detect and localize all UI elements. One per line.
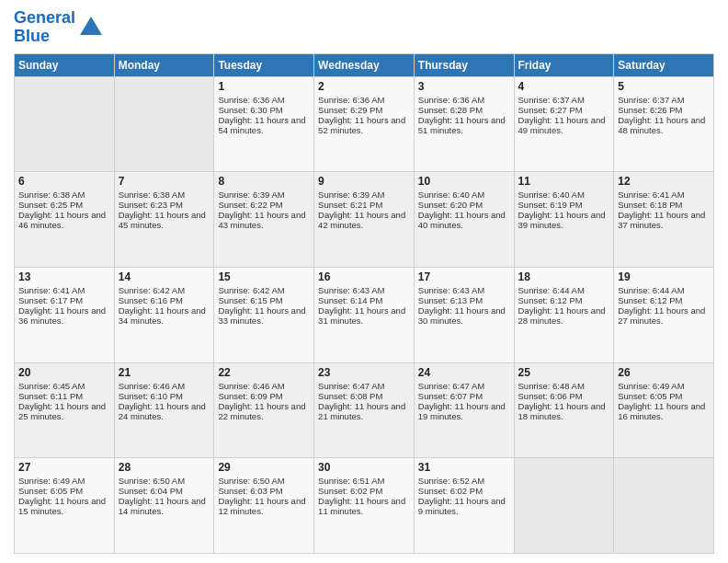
sunset-text: Sunset: 6:22 PM — [218, 200, 282, 210]
sunset-text: Sunset: 6:26 PM — [618, 105, 682, 115]
sunrise-text: Sunrise: 6:39 AM — [218, 190, 284, 200]
day-cell: 15 Sunrise: 6:42 AM Sunset: 6:15 PM Dayl… — [214, 267, 314, 362]
day-number: 15 — [218, 270, 310, 283]
sunset-text: Sunset: 6:17 PM — [18, 295, 83, 305]
sunrise-text: Sunrise: 6:37 AM — [518, 95, 585, 105]
daylight-text: Daylight: 11 hours and 28 minutes. — [518, 305, 606, 326]
day-cell: 12 Sunrise: 6:41 AM Sunset: 6:18 PM Dayl… — [614, 172, 714, 268]
sunset-text: Sunset: 6:02 PM — [418, 486, 483, 496]
sunrise-text: Sunrise: 6:43 AM — [318, 285, 384, 295]
daylight-text: Daylight: 11 hours and 52 minutes. — [318, 115, 405, 135]
logo-general: General — [14, 8, 75, 27]
sunrise-text: Sunrise: 6:44 AM — [618, 285, 684, 295]
daylight-text: Daylight: 11 hours and 34 minutes. — [119, 305, 206, 326]
sunrise-text: Sunrise: 6:42 AM — [218, 285, 284, 295]
day-number: 21 — [119, 366, 210, 379]
day-number: 5 — [618, 80, 710, 93]
day-cell — [614, 458, 714, 554]
day-number: 6 — [18, 175, 110, 188]
day-cell: 30 Sunrise: 6:51 AM Sunset: 6:02 PM Dayl… — [314, 458, 415, 554]
sunset-text: Sunset: 6:06 PM — [518, 391, 583, 401]
week-row-4: 20 Sunrise: 6:45 AM Sunset: 6:11 PM Dayl… — [15, 362, 714, 458]
sunrise-text: Sunrise: 6:45 AM — [18, 381, 85, 391]
day-cell: 27 Sunrise: 6:49 AM Sunset: 6:05 PM Dayl… — [15, 458, 115, 554]
day-cell: 28 Sunrise: 6:50 AM Sunset: 6:04 PM Dayl… — [114, 458, 214, 554]
sunset-text: Sunset: 6:18 PM — [618, 200, 682, 210]
daylight-text: Daylight: 11 hours and 39 minutes. — [518, 210, 606, 230]
day-number: 10 — [418, 175, 510, 188]
sunset-text: Sunset: 6:27 PM — [518, 105, 583, 115]
sunset-text: Sunset: 6:02 PM — [318, 486, 382, 496]
sunset-text: Sunset: 6:13 PM — [418, 295, 483, 305]
day-cell: 7 Sunrise: 6:38 AM Sunset: 6:23 PM Dayli… — [114, 172, 214, 268]
day-number: 3 — [418, 80, 510, 93]
day-cell: 22 Sunrise: 6:46 AM Sunset: 6:09 PM Dayl… — [214, 362, 314, 458]
logo-text: General Blue — [14, 9, 75, 46]
day-cell: 3 Sunrise: 6:36 AM Sunset: 6:28 PM Dayli… — [414, 76, 514, 172]
day-number: 29 — [218, 461, 310, 474]
day-number: 7 — [119, 175, 210, 188]
daylight-text: Daylight: 11 hours and 19 minutes. — [418, 401, 506, 421]
sunrise-text: Sunrise: 6:40 AM — [518, 190, 585, 200]
daylight-text: Daylight: 11 hours and 36 minutes. — [18, 305, 106, 326]
day-cell: 17 Sunrise: 6:43 AM Sunset: 6:13 PM Dayl… — [414, 267, 514, 362]
sunrise-text: Sunrise: 6:46 AM — [119, 381, 185, 391]
sunrise-text: Sunrise: 6:47 AM — [318, 381, 384, 391]
day-cell: 19 Sunrise: 6:44 AM Sunset: 6:12 PM Dayl… — [614, 267, 714, 362]
day-cell: 5 Sunrise: 6:37 AM Sunset: 6:26 PM Dayli… — [614, 76, 714, 172]
week-row-5: 27 Sunrise: 6:49 AM Sunset: 6:05 PM Dayl… — [15, 458, 714, 554]
day-number: 2 — [318, 80, 410, 93]
day-cell: 31 Sunrise: 6:52 AM Sunset: 6:02 PM Dayl… — [414, 458, 514, 554]
day-number: 9 — [318, 175, 410, 188]
day-cell: 29 Sunrise: 6:50 AM Sunset: 6:03 PM Dayl… — [214, 458, 314, 554]
sunset-text: Sunset: 6:09 PM — [218, 391, 282, 401]
weekday-header-thursday: Thursday — [414, 53, 514, 76]
day-cell: 23 Sunrise: 6:47 AM Sunset: 6:08 PM Dayl… — [314, 362, 415, 458]
day-cell: 18 Sunrise: 6:44 AM Sunset: 6:12 PM Dayl… — [514, 267, 614, 362]
day-number: 18 — [518, 270, 610, 283]
sunset-text: Sunset: 6:14 PM — [318, 295, 382, 305]
week-row-1: 1 Sunrise: 6:36 AM Sunset: 6:30 PM Dayli… — [15, 76, 714, 172]
day-cell: 16 Sunrise: 6:43 AM Sunset: 6:14 PM Dayl… — [314, 267, 415, 362]
day-cell: 10 Sunrise: 6:40 AM Sunset: 6:20 PM Dayl… — [414, 172, 514, 268]
daylight-text: Daylight: 11 hours and 45 minutes. — [119, 210, 206, 230]
logo-icon — [78, 15, 104, 40]
daylight-text: Daylight: 11 hours and 27 minutes. — [618, 305, 705, 326]
sunrise-text: Sunrise: 6:40 AM — [418, 190, 484, 200]
sunset-text: Sunset: 6:20 PM — [418, 200, 483, 210]
day-cell: 1 Sunrise: 6:36 AM Sunset: 6:30 PM Dayli… — [214, 76, 314, 172]
sunset-text: Sunset: 6:08 PM — [318, 391, 382, 401]
sunset-text: Sunset: 6:07 PM — [418, 391, 483, 401]
day-number: 4 — [518, 80, 610, 93]
weekday-header-sunday: Sunday — [15, 53, 115, 76]
day-number: 28 — [119, 461, 210, 474]
page: General Blue SundayMondayTuesdayWednesda… — [0, 0, 728, 563]
daylight-text: Daylight: 11 hours and 22 minutes. — [218, 401, 305, 421]
day-cell: 11 Sunrise: 6:40 AM Sunset: 6:19 PM Dayl… — [514, 172, 614, 268]
calendar: SundayMondayTuesdayWednesdayThursdayFrid… — [14, 53, 714, 554]
sunrise-text: Sunrise: 6:39 AM — [318, 190, 384, 200]
weekday-header-monday: Monday — [114, 53, 214, 76]
sunset-text: Sunset: 6:11 PM — [18, 391, 83, 401]
sunrise-text: Sunrise: 6:47 AM — [418, 381, 484, 391]
sunrise-text: Sunrise: 6:41 AM — [18, 285, 85, 295]
day-number: 8 — [218, 175, 310, 188]
daylight-text: Daylight: 11 hours and 21 minutes. — [318, 401, 405, 421]
daylight-text: Daylight: 11 hours and 33 minutes. — [218, 305, 305, 326]
day-number: 30 — [318, 461, 410, 474]
day-cell: 21 Sunrise: 6:46 AM Sunset: 6:10 PM Dayl… — [114, 362, 214, 458]
day-number: 13 — [18, 270, 110, 283]
daylight-text: Daylight: 11 hours and 31 minutes. — [318, 305, 405, 326]
daylight-text: Daylight: 11 hours and 12 minutes. — [218, 496, 305, 516]
day-number: 14 — [119, 270, 210, 283]
sunrise-text: Sunrise: 6:46 AM — [218, 381, 284, 391]
daylight-text: Daylight: 11 hours and 15 minutes. — [18, 496, 106, 516]
sunset-text: Sunset: 6:12 PM — [618, 295, 682, 305]
day-number: 16 — [318, 270, 410, 283]
day-number: 12 — [618, 175, 710, 188]
day-cell: 13 Sunrise: 6:41 AM Sunset: 6:17 PM Dayl… — [15, 267, 115, 362]
daylight-text: Daylight: 11 hours and 40 minutes. — [418, 210, 506, 230]
day-cell: 26 Sunrise: 6:49 AM Sunset: 6:05 PM Dayl… — [614, 362, 714, 458]
sunrise-text: Sunrise: 6:36 AM — [418, 95, 484, 105]
sunrise-text: Sunrise: 6:51 AM — [318, 476, 384, 486]
